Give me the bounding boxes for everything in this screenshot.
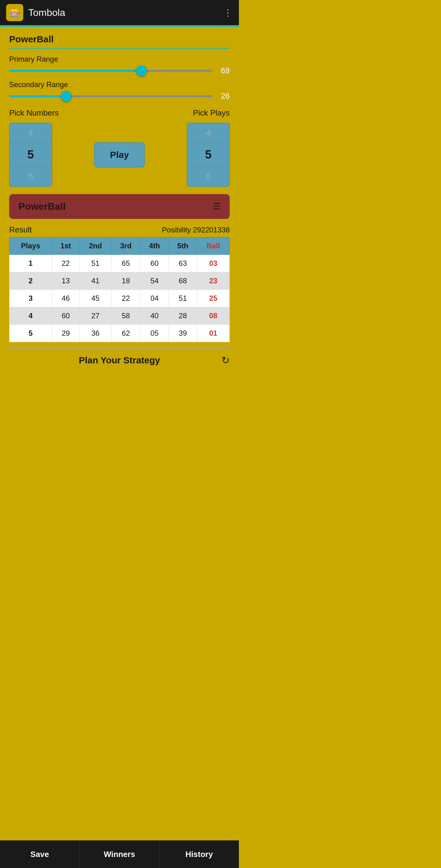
help-allow-only-icon[interactable]: ? bbox=[67, 421, 75, 428]
checkbox-allow-only-box[interactable] bbox=[9, 420, 19, 429]
cell-5th: 39 bbox=[169, 325, 197, 342]
checkbox-excl-palindrome: Excl. Palindrome# ? bbox=[121, 372, 230, 381]
pick-plays-item-6[interactable]: 6 bbox=[188, 166, 229, 186]
secondary-range-value: 26 bbox=[216, 91, 230, 101]
result-label: Result bbox=[9, 225, 32, 235]
save-button[interactable]: Save bbox=[0, 840, 80, 868]
checkbox-order-matter-label: Order Matter bbox=[23, 373, 63, 380]
possibility-label: Posibility 292201338 bbox=[162, 226, 230, 234]
col-3rd: 3rd bbox=[111, 237, 141, 255]
play-number: 1 bbox=[9, 255, 52, 272]
cell-ball: 03 bbox=[197, 255, 229, 272]
play-number: 4 bbox=[9, 307, 52, 325]
cell-3rd: 22 bbox=[111, 290, 141, 307]
mid-divider bbox=[9, 348, 230, 349]
secondary-range-track[interactable] bbox=[9, 95, 212, 97]
cell-ball: 25 bbox=[197, 290, 229, 307]
bottom-pad bbox=[9, 435, 230, 472]
secondary-range-thumb[interactable] bbox=[61, 91, 71, 101]
table-row: 3 46 45 22 04 51 25 bbox=[9, 290, 230, 307]
table-row: 4 60 27 58 40 28 08 bbox=[9, 307, 230, 325]
cell-1st: 60 bbox=[52, 307, 79, 325]
cell-3rd: 62 bbox=[111, 325, 141, 342]
checkbox-order-matter-box[interactable] bbox=[9, 372, 19, 381]
winners-label: Winners bbox=[104, 849, 135, 859]
pick-labels-row: Pick Numbers Pick Plays bbox=[9, 108, 230, 118]
pick-numbers-item-4[interactable]: 4 bbox=[10, 123, 52, 143]
result-header: Result Posibility 292201338 bbox=[9, 225, 230, 235]
cell-5th: 51 bbox=[169, 290, 197, 307]
cell-2nd: 51 bbox=[80, 255, 111, 272]
pick-plays-item-5[interactable]: 5 bbox=[188, 143, 229, 166]
help-allow-repetition-icon[interactable]: ? bbox=[80, 389, 88, 397]
strategy-title: Plan Your Strategy bbox=[79, 355, 160, 366]
save-label: Save bbox=[30, 849, 49, 859]
pick-numbers-spinner[interactable]: 4 5 6 bbox=[9, 123, 52, 187]
checkbox-excl-fibonacci-box[interactable] bbox=[121, 388, 131, 397]
pick-numbers-label: Pick Numbers bbox=[9, 108, 59, 118]
pick-numbers-item-5[interactable]: 5 bbox=[10, 143, 52, 166]
powerball-button[interactable]: PowerBall ☰ bbox=[9, 194, 230, 219]
checkbox-excl-reverse-box[interactable] bbox=[121, 403, 131, 413]
primary-range-section: Primary Range 69 bbox=[9, 55, 230, 75]
checkbox-excl-palindrome-label: Excl. Palindrome# bbox=[134, 373, 193, 380]
cell-5th: 28 bbox=[169, 307, 197, 325]
play-button[interactable]: Play bbox=[94, 142, 145, 167]
secondary-range-label: Secondary Range bbox=[9, 80, 230, 89]
refresh-icon[interactable]: ↻ bbox=[222, 354, 230, 366]
cell-3rd: 58 bbox=[111, 307, 141, 325]
primary-range-label: Primary Range bbox=[9, 55, 230, 63]
cell-1st: 22 bbox=[52, 255, 79, 272]
bottom-nav: Save Winners History bbox=[0, 840, 239, 868]
cell-4th: 04 bbox=[140, 290, 168, 307]
help-excl-reverse-icon[interactable]: ? bbox=[187, 404, 195, 412]
checkbox-excl-reverse-label: Excl. Reverse# bbox=[134, 404, 182, 412]
checkbox-excl-fibonacci: Excl. Fibonacci# ? bbox=[121, 388, 230, 397]
cell-2nd: 45 bbox=[80, 290, 111, 307]
cell-ball: 08 bbox=[197, 307, 229, 325]
checkbox-no-allow-sequence-box[interactable] bbox=[9, 403, 19, 413]
menu-dots-icon[interactable]: ⋮ bbox=[224, 8, 233, 18]
help-order-matter-icon[interactable]: ? bbox=[68, 373, 76, 380]
history-label: History bbox=[185, 849, 213, 859]
play-number: 2 bbox=[9, 272, 52, 290]
checkbox-allow-repetition-label: Allow Repetition bbox=[23, 389, 75, 397]
cell-2nd: 27 bbox=[80, 307, 111, 325]
checkbox-allow-repetition-box[interactable] bbox=[9, 388, 19, 397]
cell-4th: 60 bbox=[140, 255, 168, 272]
checkbox-allow-only-label: Allow Only... bbox=[23, 421, 63, 428]
cell-2nd: 41 bbox=[80, 272, 111, 290]
checkbox-excl-palindrome-box[interactable] bbox=[121, 372, 131, 381]
checkbox-order-matter: Order Matter ? bbox=[9, 372, 118, 381]
page-title: PowerBall bbox=[9, 34, 230, 44]
cell-1st: 29 bbox=[52, 325, 79, 342]
app-icon: 🎰 bbox=[6, 4, 23, 21]
cell-4th: 54 bbox=[140, 272, 168, 290]
pick-numbers-item-6[interactable]: 6 bbox=[10, 166, 52, 186]
pick-plays-item-4[interactable]: 4 bbox=[188, 123, 229, 143]
help-excl-palindrome-icon[interactable]: ? bbox=[198, 373, 205, 380]
cell-4th: 05 bbox=[140, 325, 168, 342]
play-number: 3 bbox=[9, 290, 52, 307]
topbar-left: 🎰 Tombola bbox=[6, 4, 65, 21]
primary-range-thumb[interactable] bbox=[136, 66, 147, 76]
help-excl-fibonacci-icon[interactable]: ? bbox=[192, 389, 200, 397]
col-4th: 4th bbox=[140, 237, 168, 255]
result-table: Plays 1st 2nd 3rd 4th 5th Ball 1 22 51 6… bbox=[9, 237, 230, 342]
col-plays: Plays bbox=[9, 237, 52, 255]
app-title: Tombola bbox=[28, 7, 65, 19]
cell-ball: 23 bbox=[197, 272, 229, 290]
col-5th: 5th bbox=[169, 237, 197, 255]
pick-plays-spinner[interactable]: 4 5 6 bbox=[187, 123, 230, 187]
cell-3rd: 18 bbox=[111, 272, 141, 290]
powerball-button-text: PowerBall bbox=[19, 201, 66, 212]
checkbox-no-allow-sequence: No Allow Sequence ? bbox=[9, 403, 118, 413]
play-number: 5 bbox=[9, 325, 52, 342]
main-content: PowerBall Primary Range 69 Secondary Ran… bbox=[0, 27, 239, 479]
help-no-allow-sequence-icon[interactable]: ? bbox=[90, 404, 98, 412]
winners-button[interactable]: Winners bbox=[80, 840, 159, 868]
history-button[interactable]: History bbox=[160, 840, 239, 868]
primary-range-track[interactable] bbox=[9, 70, 212, 72]
checkbox-allow-repetition: Allow Repetition ? bbox=[9, 388, 118, 397]
cell-3rd: 65 bbox=[111, 255, 141, 272]
